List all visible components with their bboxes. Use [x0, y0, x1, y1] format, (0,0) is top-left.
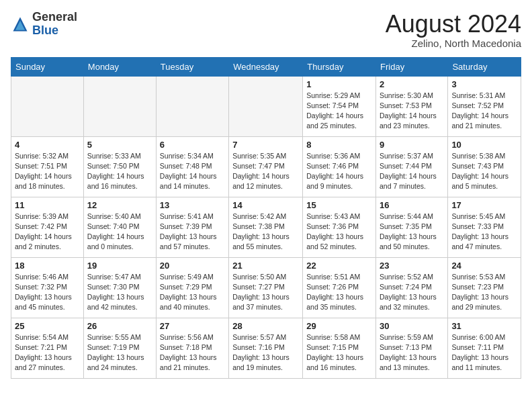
weekday-header: Thursday	[303, 57, 376, 76]
day-info: Sunrise: 5:30 AM Sunset: 7:53 PM Dayligh…	[380, 91, 444, 132]
calendar-cell: 12Sunrise: 5:40 AM Sunset: 7:40 PM Dayli…	[83, 197, 156, 257]
day-number: 21	[232, 261, 299, 271]
calendar-cell: 18Sunrise: 5:46 AM Sunset: 7:32 PM Dayli…	[11, 257, 84, 318]
day-number: 22	[306, 261, 372, 271]
calendar-cell	[83, 76, 156, 136]
day-info: Sunrise: 5:38 AM Sunset: 7:43 PM Dayligh…	[451, 151, 517, 192]
weekday-header: Monday	[83, 57, 156, 76]
day-number: 24	[451, 261, 517, 271]
day-info: Sunrise: 5:31 AM Sunset: 7:52 PM Dayligh…	[451, 91, 517, 132]
calendar-cell: 9Sunrise: 5:37 AM Sunset: 7:44 PM Daylig…	[376, 136, 448, 197]
day-info: Sunrise: 5:45 AM Sunset: 7:33 PM Dayligh…	[451, 212, 517, 253]
day-number: 28	[232, 321, 299, 331]
calendar-cell: 25Sunrise: 5:54 AM Sunset: 7:21 PM Dayli…	[11, 318, 84, 378]
calendar-cell: 15Sunrise: 5:43 AM Sunset: 7:36 PM Dayli…	[303, 197, 376, 257]
calendar-cell: 28Sunrise: 5:57 AM Sunset: 7:16 PM Dayli…	[229, 318, 303, 378]
calendar-cell: 10Sunrise: 5:38 AM Sunset: 7:43 PM Dayli…	[448, 136, 521, 197]
day-number: 4	[15, 140, 80, 150]
calendar-cell: 26Sunrise: 5:55 AM Sunset: 7:19 PM Dayli…	[83, 318, 156, 378]
calendar-cell: 5Sunrise: 5:33 AM Sunset: 7:50 PM Daylig…	[83, 136, 156, 197]
calendar-week-row: 18Sunrise: 5:46 AM Sunset: 7:32 PM Dayli…	[11, 257, 521, 318]
main-title: August 2024	[386, 11, 521, 38]
day-info: Sunrise: 5:33 AM Sunset: 7:50 PM Dayligh…	[87, 151, 152, 192]
day-info: Sunrise: 5:56 AM Sunset: 7:18 PM Dayligh…	[160, 332, 225, 373]
calendar-cell: 20Sunrise: 5:49 AM Sunset: 7:29 PM Dayli…	[156, 257, 228, 318]
day-info: Sunrise: 5:54 AM Sunset: 7:21 PM Dayligh…	[15, 332, 80, 373]
weekday-header: Saturday	[448, 57, 521, 76]
day-number: 14	[232, 200, 299, 210]
day-number: 2	[380, 79, 444, 89]
day-number: 16	[380, 200, 444, 210]
weekday-header: Friday	[376, 57, 448, 76]
subtitle: Zelino, North Macedonia	[386, 38, 521, 49]
calendar-cell	[11, 76, 84, 136]
day-number: 26	[87, 321, 152, 331]
calendar-cell: 3Sunrise: 5:31 AM Sunset: 7:52 PM Daylig…	[448, 76, 521, 136]
day-number: 3	[451, 79, 517, 89]
calendar-cell: 14Sunrise: 5:42 AM Sunset: 7:38 PM Dayli…	[229, 197, 303, 257]
day-number: 7	[232, 140, 299, 150]
calendar-cell	[229, 76, 303, 136]
calendar-cell: 29Sunrise: 5:58 AM Sunset: 7:15 PM Dayli…	[303, 318, 376, 378]
day-number: 6	[160, 140, 225, 150]
day-info: Sunrise: 5:34 AM Sunset: 7:48 PM Dayligh…	[160, 151, 225, 192]
day-info: Sunrise: 5:29 AM Sunset: 7:54 PM Dayligh…	[306, 91, 372, 132]
day-info: Sunrise: 5:51 AM Sunset: 7:26 PM Dayligh…	[306, 272, 372, 313]
calendar-cell: 1Sunrise: 5:29 AM Sunset: 7:54 PM Daylig…	[303, 76, 376, 136]
day-info: Sunrise: 6:00 AM Sunset: 7:11 PM Dayligh…	[451, 332, 517, 373]
weekday-header: Tuesday	[156, 57, 228, 76]
day-info: Sunrise: 5:59 AM Sunset: 7:13 PM Dayligh…	[380, 332, 444, 373]
day-info: Sunrise: 5:46 AM Sunset: 7:32 PM Dayligh…	[15, 272, 80, 313]
day-info: Sunrise: 5:58 AM Sunset: 7:15 PM Dayligh…	[306, 332, 372, 373]
day-info: Sunrise: 5:50 AM Sunset: 7:27 PM Dayligh…	[232, 272, 299, 313]
day-number: 8	[306, 140, 372, 150]
calendar-cell: 27Sunrise: 5:56 AM Sunset: 7:18 PM Dayli…	[156, 318, 228, 378]
calendar-cell: 8Sunrise: 5:36 AM Sunset: 7:46 PM Daylig…	[303, 136, 376, 197]
logo-blue: Blue	[32, 24, 77, 38]
day-info: Sunrise: 5:47 AM Sunset: 7:30 PM Dayligh…	[87, 272, 152, 313]
day-number: 25	[15, 321, 80, 331]
day-info: Sunrise: 5:32 AM Sunset: 7:51 PM Dayligh…	[15, 151, 80, 192]
day-info: Sunrise: 5:36 AM Sunset: 7:46 PM Dayligh…	[306, 151, 372, 192]
calendar-week-row: 1Sunrise: 5:29 AM Sunset: 7:54 PM Daylig…	[11, 76, 521, 136]
day-info: Sunrise: 5:49 AM Sunset: 7:29 PM Dayligh…	[160, 272, 225, 313]
day-info: Sunrise: 5:53 AM Sunset: 7:23 PM Dayligh…	[451, 272, 517, 313]
day-number: 29	[306, 321, 372, 331]
day-number: 1	[306, 79, 372, 89]
day-info: Sunrise: 5:42 AM Sunset: 7:38 PM Dayligh…	[232, 212, 299, 253]
day-number: 23	[380, 261, 444, 271]
calendar-cell: 13Sunrise: 5:41 AM Sunset: 7:39 PM Dayli…	[156, 197, 228, 257]
calendar-cell: 22Sunrise: 5:51 AM Sunset: 7:26 PM Dayli…	[303, 257, 376, 318]
title-block: August 2024 Zelino, North Macedonia	[386, 11, 521, 49]
day-info: Sunrise: 5:37 AM Sunset: 7:44 PM Dayligh…	[380, 151, 444, 192]
calendar-cell: 11Sunrise: 5:39 AM Sunset: 7:42 PM Dayli…	[11, 197, 84, 257]
day-number: 31	[451, 321, 517, 331]
calendar-week-row: 25Sunrise: 5:54 AM Sunset: 7:21 PM Dayli…	[11, 318, 521, 378]
day-info: Sunrise: 5:35 AM Sunset: 7:47 PM Dayligh…	[232, 151, 299, 192]
calendar-cell: 24Sunrise: 5:53 AM Sunset: 7:23 PM Dayli…	[448, 257, 521, 318]
day-info: Sunrise: 5:43 AM Sunset: 7:36 PM Dayligh…	[306, 212, 372, 253]
calendar-cell: 19Sunrise: 5:47 AM Sunset: 7:30 PM Dayli…	[83, 257, 156, 318]
day-info: Sunrise: 5:39 AM Sunset: 7:42 PM Dayligh…	[15, 212, 80, 253]
day-number: 18	[15, 261, 80, 271]
logo-icon	[11, 15, 30, 34]
calendar-cell: 7Sunrise: 5:35 AM Sunset: 7:47 PM Daylig…	[229, 136, 303, 197]
calendar-table: SundayMondayTuesdayWednesdayThursdayFrid…	[11, 57, 521, 379]
day-number: 13	[160, 200, 225, 210]
logo: General Blue	[11, 11, 77, 38]
calendar-cell: 23Sunrise: 5:52 AM Sunset: 7:24 PM Dayli…	[376, 257, 448, 318]
calendar-cell	[156, 76, 228, 136]
day-number: 12	[87, 200, 152, 210]
weekday-header: Wednesday	[229, 57, 303, 76]
calendar-week-row: 11Sunrise: 5:39 AM Sunset: 7:42 PM Dayli…	[11, 197, 521, 257]
day-info: Sunrise: 5:40 AM Sunset: 7:40 PM Dayligh…	[87, 212, 152, 253]
calendar-cell: 4Sunrise: 5:32 AM Sunset: 7:51 PM Daylig…	[11, 136, 84, 197]
day-number: 30	[380, 321, 444, 331]
day-info: Sunrise: 5:52 AM Sunset: 7:24 PM Dayligh…	[380, 272, 444, 313]
page-header: General Blue August 2024 Zelino, North M…	[11, 11, 521, 49]
weekday-header-row: SundayMondayTuesdayWednesdayThursdayFrid…	[11, 57, 521, 76]
logo-general: General	[32, 11, 77, 24]
day-info: Sunrise: 5:41 AM Sunset: 7:39 PM Dayligh…	[160, 212, 225, 253]
day-number: 5	[87, 140, 152, 150]
day-number: 20	[160, 261, 225, 271]
